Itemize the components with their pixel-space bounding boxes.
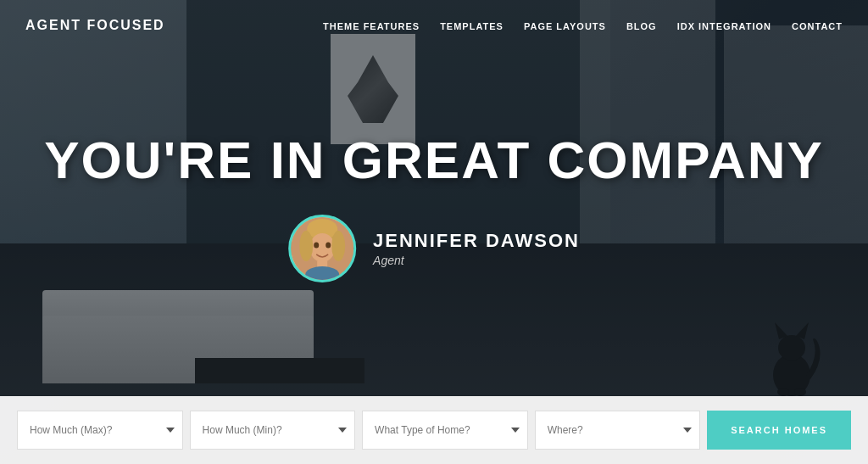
- hero-content: YOU'RE IN GREAT COMPANY: [44, 131, 824, 282]
- min-price-wrapper: How Much (Min)? $50,000 $100,000 $200,00…: [190, 411, 356, 450]
- nav-item-idx[interactable]: IDX INTEGRATION: [677, 18, 771, 33]
- location-select[interactable]: Where? Downtown Suburbs Rural Waterfront: [535, 411, 701, 450]
- nav-link-idx[interactable]: IDX INTEGRATION: [677, 21, 771, 31]
- nav-item-contact[interactable]: CONTACT: [792, 18, 843, 33]
- hero-container: AGENT FOCUSED THEME FEATURES TEMPLATES P…: [0, 0, 868, 464]
- avatar: [288, 215, 356, 282]
- max-price-wrapper: How Much (Max)? $100,000 $200,000 $300,0…: [17, 411, 183, 450]
- nav-link-page-layouts[interactable]: PAGE LAYOUTS: [524, 21, 606, 31]
- search-homes-button[interactable]: SEARCH HOMES: [707, 411, 851, 450]
- agent-info: JENNIFER DAWSON Agent: [373, 230, 580, 267]
- brand-logo[interactable]: AGENT FOCUSED: [25, 18, 165, 33]
- nav-link-contact[interactable]: CONTACT: [792, 21, 843, 31]
- svg-point-10: [299, 231, 313, 261]
- home-type-select[interactable]: What Type of Home? Single Family Condo T…: [362, 411, 528, 450]
- search-bar: How Much (Max)? $100,000 $200,000 $300,0…: [0, 396, 868, 464]
- avatar-image: [291, 217, 353, 280]
- agent-card: JENNIFER DAWSON Agent: [44, 215, 824, 282]
- nav-menu: THEME FEATURES TEMPLATES PAGE LAYOUTS BL…: [323, 18, 843, 33]
- location-wrapper: Where? Downtown Suburbs Rural Waterfront: [535, 411, 701, 450]
- nav-item-templates[interactable]: TEMPLATES: [440, 18, 504, 33]
- nav-link-theme-features[interactable]: THEME FEATURES: [323, 21, 420, 31]
- navbar: AGENT FOCUSED THEME FEATURES TEMPLATES P…: [0, 0, 868, 51]
- min-price-select[interactable]: How Much (Min)? $50,000 $100,000 $200,00…: [190, 411, 356, 450]
- svg-point-9: [309, 233, 335, 262]
- svg-point-12: [314, 242, 319, 248]
- max-price-select[interactable]: How Much (Max)? $100,000 $200,000 $300,0…: [17, 411, 183, 450]
- nav-link-templates[interactable]: TEMPLATES: [440, 21, 504, 31]
- agent-name: JENNIFER DAWSON: [373, 230, 580, 252]
- svg-point-13: [326, 242, 331, 248]
- nav-link-blog[interactable]: BLOG: [626, 21, 657, 31]
- agent-title: Agent: [373, 254, 580, 267]
- nav-item-page-layouts[interactable]: PAGE LAYOUTS: [524, 18, 606, 33]
- hero-headline: YOU'RE IN GREAT COMPANY: [44, 131, 824, 188]
- nav-item-theme-features[interactable]: THEME FEATURES: [323, 18, 420, 33]
- svg-point-11: [331, 231, 345, 261]
- home-type-wrapper: What Type of Home? Single Family Condo T…: [362, 411, 528, 450]
- nav-item-blog[interactable]: BLOG: [626, 18, 657, 33]
